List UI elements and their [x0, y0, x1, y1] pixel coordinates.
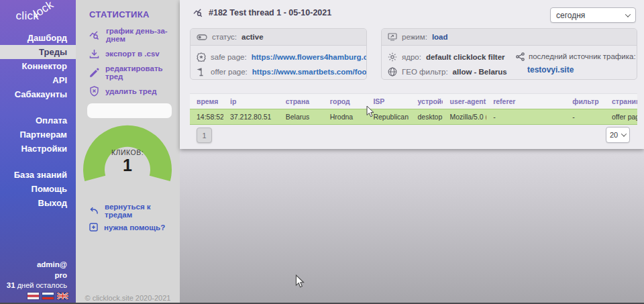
cell-filter: - [566, 109, 605, 125]
delete-thread-label: удалить тред [105, 87, 156, 95]
stats-title: СТАТИСТИКА [89, 9, 150, 19]
sidebar-item-knowledge-base[interactable]: База знаний [0, 168, 76, 182]
traffic-source-site[interactable]: testovyi.site [527, 63, 635, 77]
sidebar-item-payment[interactable]: Оплата [0, 113, 76, 128]
sidebar-item-threads[interactable]: Треды [0, 45, 76, 59]
clicklock-app: clicklock Дашборд Треды Коннектор API Са… [0, 0, 644, 304]
col-page: страница [605, 94, 637, 109]
sidebar-item-subaccounts[interactable]: Сабакаунты [0, 87, 76, 101]
cell-country: Belarus [279, 109, 323, 125]
period-select[interactable]: сегодня [550, 7, 636, 23]
sidebar-item-logout[interactable]: Выход [0, 196, 76, 210]
shield-x-icon [89, 86, 99, 97]
chart-search-icon [193, 8, 203, 17]
thread-title: #182 Test thread 1 - 05-10-2021 [209, 8, 331, 17]
safe-page-row: safe page: https://www.flowers4hamburg.c… [197, 50, 360, 64]
geo-filter-value: allow - Belarus [453, 68, 507, 76]
cell-ip: 37.212.80.51 [223, 109, 279, 125]
clicks-table: время ip страна город ISP устройство use… [190, 93, 637, 125]
russia-flag-icon[interactable] [42, 293, 54, 299]
table-row[interactable]: 14:58:52 37.212.80.51 Belarus Hrodna Rep… [190, 109, 637, 125]
chart-search-icon [89, 30, 100, 40]
uk-flag-icon[interactable] [57, 293, 68, 299]
page-size-select[interactable]: 20 [606, 127, 630, 143]
sidebar-item-api[interactable]: API [0, 73, 76, 87]
export-csv-button[interactable]: экспорт в .csv [89, 48, 180, 59]
globe-icon [388, 67, 397, 77]
download-icon [89, 49, 99, 59]
cell-user-agent: Mozilla/5.0 (Win... [443, 109, 486, 125]
account-info: admin@ pro 31 дней осталось [7, 260, 67, 291]
sidebar-item-partners[interactable]: Партнерам [0, 128, 76, 142]
screen-icon [388, 33, 397, 41]
mode-value: load [432, 33, 448, 41]
sidebar-item-settings[interactable]: Настройки [0, 142, 76, 156]
offer-page-url[interactable]: https://www.smartbets.com/football/tea..… [252, 68, 367, 76]
share-icon [516, 52, 525, 61]
sidebar-nav: Дашборд Треды Коннектор API Сабакаунты О… [0, 31, 76, 210]
thread-card: #182 Test thread 1 - 05-10-2021 сегодня … [180, 0, 644, 149]
sidebar-item-dashboard[interactable]: Дашборд [0, 31, 76, 45]
traffic-source-block: последний источник трафика: testovyi.sit… [516, 50, 635, 77]
col-city: город [323, 94, 367, 109]
table-header: время ip страна город ISP устройство use… [190, 94, 637, 109]
account-email: admin@ [7, 260, 67, 270]
cell-city: Hrodna [323, 109, 367, 125]
help-plus-icon [89, 223, 98, 232]
pencil-icon [89, 68, 99, 78]
copyright-footer: © clicklock.site 2020-2021 [76, 294, 180, 302]
col-device: устройство [411, 94, 443, 109]
safe-page-label: safe page: [211, 53, 247, 61]
sidebar-item-connector[interactable]: Коннектор [0, 59, 76, 73]
col-country: страна [279, 94, 323, 109]
period-select-value: сегодня [556, 11, 585, 20]
edit-thread-button[interactable]: редактировать тред [89, 67, 180, 78]
delete-thread-button[interactable]: удалить тред [89, 86, 180, 97]
status-panel-body: safe page: https://www.flowers4hamburg.c… [191, 46, 366, 79]
cell-page: offer page [605, 109, 637, 125]
thread-actions: график день-за-днем экспорт в .csv редак… [89, 30, 180, 105]
flag-pole-icon [197, 67, 206, 77]
geo-filter-label: ГЕО фильтр: [402, 68, 448, 76]
undo-icon [89, 206, 99, 215]
traffic-source-row: последний источник трафика: [516, 50, 635, 63]
daily-chart-label: график день-за-днем [106, 27, 180, 43]
need-help-label: нужна помощь? [104, 223, 165, 232]
belarus-flag-icon[interactable] [28, 293, 39, 299]
daily-chart-button[interactable]: график день-за-днем [89, 30, 180, 40]
status-label: статус: [212, 33, 237, 41]
gauge-card [87, 103, 172, 118]
back-to-threads-label: вернуться к тредам [105, 203, 180, 219]
offer-page-row: offer page: https://www.smartbets.com/fo… [197, 64, 360, 79]
need-help-link[interactable]: нужна помощь? [89, 222, 180, 232]
export-csv-label: экспорт в .csv [105, 50, 160, 58]
stats-sidebar: СТАТИСТИКА график день-за-днем экспорт в… [76, 0, 180, 304]
traffic-source-label: последний источник трафика: [529, 52, 636, 60]
safe-page-url[interactable]: https://www.flowers4hamburg.com/ [252, 53, 367, 61]
sidebar: clicklock Дашборд Треды Коннектор API Са… [0, 0, 76, 304]
col-user-agent: user-agent [443, 94, 486, 109]
mode-panel-header: режим: load [382, 29, 637, 46]
cell-device: desktop [411, 109, 443, 125]
sidebar-item-help[interactable]: Помощь [0, 182, 76, 196]
status-panel-header: статус: active [191, 29, 366, 46]
cell-referer: - [486, 109, 566, 125]
clicks-counter: КЛИКОВ: 1 [94, 148, 161, 174]
core-label: ядро: [402, 53, 421, 61]
badge-star-icon [197, 52, 206, 62]
clicklock-logo[interactable]: clicklock [0, 9, 76, 23]
clicks-value: 1 [94, 156, 161, 174]
gear-icon [388, 52, 397, 62]
stats-links: вернуться к тредам нужна помощь? [89, 205, 180, 239]
col-filter: фильтр [566, 94, 605, 109]
chevron-down-icon [621, 131, 627, 136]
cell-time: 14:58:52 [190, 109, 223, 125]
page-1-button[interactable]: 1 [197, 128, 212, 143]
back-to-threads-link[interactable]: вернуться к тредам [89, 205, 180, 215]
page-size-value: 20 [610, 131, 618, 139]
toggle-icon [197, 34, 207, 40]
mode-panel: режим: load ядро: default clicklock filt… [381, 28, 637, 80]
col-referer: referer [486, 94, 566, 109]
main-content: #182 Test thread 1 - 05-10-2021 сегодня … [180, 0, 644, 304]
col-time: время [190, 94, 223, 109]
